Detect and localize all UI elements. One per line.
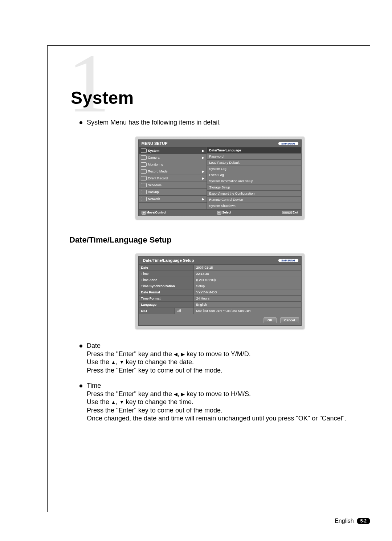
chapter-title: System [71,88,370,108]
dtl-label: Time Synchronization [139,283,194,289]
chevron-right-icon: ▶ [202,156,204,159]
dtl-setup-screenshot: Date/Time/Language Setup SAMSUNG Date200… [135,253,305,329]
description-block: DatePress the "Enter" key and the ◀, ▶ k… [79,342,370,423]
menu-right-pane: Date/Time/LanguagePasswordLoad Factory D… [207,147,301,209]
menu-right-item[interactable]: Date/Time/Language [207,147,301,154]
dtl-label: Time Format [139,296,194,302]
description-line: Press the "Enter" key and the ◀, ▶ key t… [87,350,370,358]
menu-right-item[interactable]: Password [207,154,301,160]
chevron-right-icon: ▶ [202,198,204,201]
dtl-value: 24 Hours [194,296,301,302]
dtl-row[interactable]: Time Zone(GMT+01:00) [139,277,301,283]
chevron-right-icon: ▶ [202,149,204,152]
description-title: Time [87,382,370,390]
enter-key-icon: ↵ [217,211,221,215]
menu-left-item[interactable]: Network▶ [139,196,207,203]
menu-item-icon [141,183,147,187]
section-heading: Date/Time/Language Setup [69,235,370,245]
dtl-title: Date/Time/Language Setup [143,258,194,263]
menu-left-pane: System▶Camera▶MonitoringRecord Mode▶Even… [139,147,207,209]
menu-item-label: Monitoring [148,163,205,166]
samsung-logo: SAMSUNG [278,142,298,145]
menu-footer: ✥Move/Control ↵Select MENUExit [139,209,301,216]
menu-item-label: Schedule [148,183,205,187]
footer-language: English [335,518,354,524]
dtl-value: Setup [194,283,301,289]
samsung-logo: SAMSUNG [278,259,298,262]
dtl-value: English [194,302,301,308]
menu-left-item[interactable]: Camera▶ [139,154,207,161]
description-line: Press the "Enter" key to come out of the… [87,406,370,415]
dtl-label: Date [139,265,194,271]
menu-item-icon [141,190,147,194]
intro-line: System Menu has the following items in d… [79,119,370,126]
menu-item-label: Event Record [148,176,203,180]
menu-item-label: System [148,149,203,152]
menu-right-item[interactable]: Load Factory Default [207,160,301,166]
description-line: Press the "Enter" key and the ◀, ▶ key t… [87,390,370,398]
footer-move: Move/Control [147,211,166,214]
cancel-button[interactable]: Cancel [280,317,299,323]
menu-left-item[interactable]: Monitoring [139,161,207,168]
dtl-row[interactable]: LanguageEnglish [139,302,301,308]
page-number-badge: 5-2 [357,518,370,524]
chevron-right-icon: ▶ [202,170,204,173]
menu-item-label: Camera [148,156,203,159]
description-text: DatePress the "Enter" key and the ◀, ▶ k… [87,342,370,374]
menu-right-item[interactable]: System Information and Setup [207,178,301,184]
menu-right-item[interactable]: System Shutdown [207,203,301,209]
dtl-row[interactable]: Time22:13:38 [139,271,301,277]
menu-item-icon [141,169,147,174]
page-footer: English 5-2 [335,518,370,524]
menu-right-item[interactable]: Remote Control Device [207,197,301,203]
description-line: Once changed, the date and time will rem… [87,414,370,423]
menu-left-item[interactable]: Record Mode▶ [139,168,207,175]
menu-item-icon [141,197,147,201]
menu-item-label: Network [148,197,203,201]
menu-right-item[interactable]: Storage Setup [207,184,301,191]
menu-item-label: Backup [148,190,205,194]
dtl-toggle: Off [174,308,194,314]
description-item: TimePress the "Enter" key and the ◀, ▶ k… [79,382,370,423]
dtl-label: Time [139,271,194,277]
chevron-right-icon: ▶ [202,177,204,180]
menu-left-item[interactable]: Event Record▶ [139,175,207,182]
menu-item-label: Record Mode [148,170,203,173]
menu-item-icon [141,149,147,153]
menu-left-item[interactable]: Schedule [139,182,207,189]
description-line: Use the ▲, ▼ key to change the date. [87,358,370,366]
description-line: Use the ▲, ▼ key to change the time. [87,398,370,406]
dtl-value: Mar-last-Sun 01H ~ Oct-last-Sun 01H [194,308,301,314]
description-text: TimePress the "Enter" key and the ◀, ▶ k… [87,382,370,423]
menu-setup-title: MENU SETUP [142,141,168,146]
dtl-label: DST [139,308,174,314]
dtl-value: 2007-01-15 [194,265,301,271]
menu-item-icon [141,176,147,180]
dtl-row[interactable]: Time Format24 Hours [139,296,301,302]
dtl-label: Date Format [139,289,194,296]
dtl-row[interactable]: Date2007-01-15 [139,265,301,271]
dtl-row[interactable]: Date FormatYYYY-MM-DD [139,289,301,296]
menu-item-icon [141,155,147,160]
bullet-icon [79,345,82,347]
footer-exit: Exit [293,211,298,214]
dpad-icon: ✥ [142,211,146,215]
menu-right-item[interactable]: Event Log [207,172,301,178]
dtl-table: Date2007-01-15Time22:13:38Time Zone(GMT+… [139,264,301,314]
bullet-icon [79,385,82,387]
chapter-number: 1 [68,42,110,125]
dtl-value: (GMT+01:00) [194,277,301,283]
menu-item-icon [141,162,147,167]
menu-right-item[interactable]: System Log [207,166,301,172]
menu-left-item[interactable]: Backup [139,189,207,196]
dtl-row[interactable]: Time SynchronizationSetup [139,283,301,289]
description-item: DatePress the "Enter" key and the ◀, ▶ k… [79,342,370,374]
dtl-value: YYYY-MM-DD [194,289,301,296]
description-line: Press the "Enter" key to come out of the… [87,366,370,375]
ok-button[interactable]: OK [264,317,277,323]
dtl-row-dst[interactable]: DSTOffMar-last-Sun 01H ~ Oct-last-Sun 01… [139,308,301,314]
menu-right-item[interactable]: Export/Import the Configuration [207,191,301,197]
menu-key-icon: MENU [282,211,292,214]
page-frame: 1 System System Menu has the following i… [47,45,370,512]
menu-left-item[interactable]: System▶ [139,147,207,154]
